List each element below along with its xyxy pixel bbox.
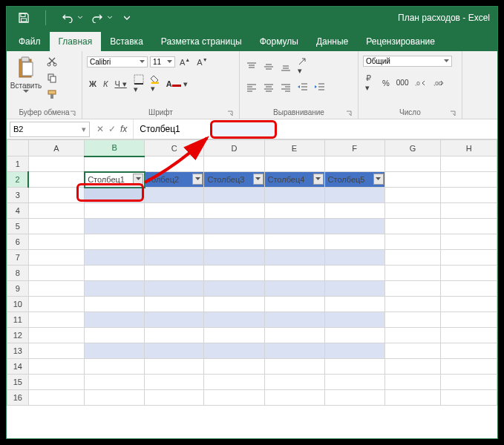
row-header-5[interactable]: 5 [7, 219, 29, 234]
cell-B5[interactable] [85, 219, 145, 234]
row-header-4[interactable]: 4 [7, 203, 29, 219]
row-header-3[interactable]: 3 [7, 188, 29, 203]
cell-F16[interactable] [324, 390, 384, 406]
cell-B12[interactable] [85, 328, 145, 343]
cell-F6[interactable] [324, 234, 384, 250]
cell-G15[interactable] [384, 375, 441, 390]
tab-page-layout[interactable]: Разметка страницы [152, 32, 251, 51]
cell-D15[interactable] [204, 375, 264, 390]
undo-icon[interactable] [59, 10, 76, 26]
cell-E11[interactable] [264, 312, 324, 328]
cell-F15[interactable] [324, 375, 384, 390]
enter-formula-icon[interactable]: ✓ [108, 124, 116, 134]
filter-dropdown-icon[interactable] [192, 174, 203, 185]
cell-G8[interactable] [384, 266, 441, 281]
cell-F10[interactable] [324, 297, 384, 312]
cell-F8[interactable] [324, 266, 384, 281]
bold-icon[interactable]: Ж [87, 78, 99, 90]
cell-C13[interactable] [145, 343, 204, 359]
cell-A14[interactable] [28, 359, 85, 375]
cell-C6[interactable] [145, 234, 204, 250]
cell-H16[interactable] [441, 390, 497, 406]
decrease-decimal-icon[interactable]: ,00 [431, 77, 448, 89]
row-header-15[interactable]: 15 [7, 375, 29, 390]
cell-A9[interactable] [28, 281, 85, 297]
cell-D5[interactable] [204, 219, 264, 234]
align-center-icon[interactable] [261, 82, 276, 93]
cell-C3[interactable] [145, 188, 204, 203]
cell-E2[interactable]: Столбец4 [264, 172, 324, 188]
cell-D2[interactable]: Столбец3 [204, 172, 264, 188]
row-header-1[interactable]: 1 [7, 156, 29, 172]
cell-A12[interactable] [28, 328, 85, 343]
copy-icon[interactable] [44, 70, 60, 85]
cell-B9[interactable] [85, 281, 145, 297]
cell-A15[interactable] [28, 375, 85, 390]
cell-B10[interactable] [85, 297, 145, 312]
cell-F3[interactable] [324, 188, 384, 203]
cell-A10[interactable] [28, 297, 85, 312]
cell-A5[interactable] [28, 219, 85, 234]
save-icon[interactable] [16, 10, 32, 26]
tab-data[interactable]: Данные [307, 32, 357, 51]
row-header-16[interactable]: 16 [7, 390, 29, 406]
cell-B8[interactable] [85, 266, 145, 281]
formula-bar[interactable]: Столбец1 [134, 124, 497, 134]
cell-G9[interactable] [384, 281, 441, 297]
filter-dropdown-icon[interactable] [133, 174, 143, 185]
align-bottom-icon[interactable] [278, 61, 293, 73]
cell-F14[interactable] [324, 359, 384, 375]
col-header-G[interactable]: G [384, 140, 441, 156]
cell-A1[interactable] [28, 156, 85, 172]
cell-D11[interactable] [204, 312, 264, 328]
col-header-E[interactable]: E [264, 140, 324, 156]
cell-E5[interactable] [264, 219, 324, 234]
cell-C16[interactable] [145, 390, 204, 406]
row-header-2[interactable]: 2 [7, 172, 29, 188]
cell-D6[interactable] [204, 234, 264, 250]
cell-H1[interactable] [441, 156, 497, 172]
fill-color-icon[interactable]: ▾ [148, 73, 162, 95]
cell-B3[interactable] [85, 188, 145, 203]
align-middle-icon[interactable] [261, 61, 276, 73]
cell-A11[interactable] [28, 312, 85, 328]
cell-E14[interactable] [264, 359, 324, 375]
cell-E1[interactable] [264, 156, 324, 172]
font-color-icon[interactable]: A ▾ [164, 78, 190, 90]
cell-H4[interactable] [441, 203, 497, 219]
cell-C14[interactable] [145, 359, 204, 375]
filter-dropdown-icon[interactable] [373, 174, 384, 185]
cell-A7[interactable] [28, 250, 85, 266]
qat-customize-icon[interactable] [119, 10, 135, 26]
cell-G14[interactable] [384, 359, 441, 375]
cell-E12[interactable] [264, 328, 324, 343]
col-header-H[interactable]: H [441, 140, 497, 156]
orientation-icon[interactable]: ▾ [295, 56, 310, 77]
row-header-6[interactable]: 6 [7, 234, 29, 250]
cancel-formula-icon[interactable]: ✕ [96, 124, 104, 134]
insert-function-icon[interactable]: fx [120, 124, 127, 134]
underline-icon[interactable]: Ч ▾ [112, 78, 128, 90]
increase-decimal-icon[interactable]: ,0 [413, 77, 429, 89]
cell-H7[interactable] [441, 250, 497, 266]
cell-D16[interactable] [204, 390, 264, 406]
cell-H14[interactable] [441, 359, 497, 375]
cell-F12[interactable] [324, 328, 384, 343]
cell-D14[interactable] [204, 359, 264, 375]
decrease-indent-icon[interactable] [295, 82, 310, 93]
format-painter-icon[interactable] [44, 87, 60, 102]
cell-D13[interactable] [204, 343, 264, 359]
cell-A13[interactable] [28, 343, 85, 359]
col-header-F[interactable]: F [324, 140, 384, 156]
cell-G7[interactable] [384, 250, 441, 266]
cell-F13[interactable] [324, 343, 384, 359]
cell-B7[interactable] [85, 250, 145, 266]
paste-button[interactable]: Вставить [11, 54, 41, 107]
cell-G3[interactable] [384, 188, 441, 203]
cell-B14[interactable] [85, 359, 145, 375]
cell-H5[interactable] [441, 219, 497, 234]
cell-G2[interactable] [384, 172, 441, 188]
cell-D8[interactable] [204, 266, 264, 281]
cell-E3[interactable] [264, 188, 324, 203]
italic-icon[interactable]: К [101, 78, 110, 90]
